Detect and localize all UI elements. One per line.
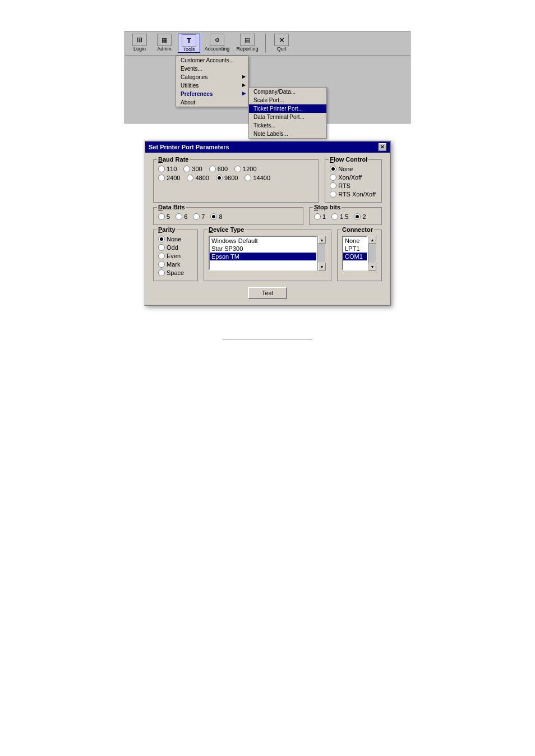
radio-databits-5[interactable] bbox=[158, 213, 165, 220]
radio-baud-1200[interactable] bbox=[234, 166, 241, 172]
submenu-ticket-printer-port[interactable]: Ticket Printer Port... bbox=[249, 104, 326, 113]
reporting-toolbar-btn[interactable]: ▤ Reporting bbox=[234, 34, 261, 52]
reporting-label: Reporting bbox=[236, 46, 258, 52]
data-bits-group: Data Bits 5 6 7 bbox=[153, 207, 303, 225]
connector-scrollbar[interactable]: ▲ ▼ bbox=[368, 236, 376, 271]
login-toolbar-btn[interactable]: ⊞ Login bbox=[128, 34, 151, 52]
connector-lpt1[interactable]: LPT1 bbox=[343, 245, 367, 253]
radio-databits-8[interactable] bbox=[210, 213, 217, 220]
radio-baud-9600[interactable] bbox=[216, 175, 223, 181]
login-label: Login bbox=[133, 46, 146, 52]
radio-flow-rts-xon[interactable] bbox=[330, 191, 336, 198]
parity-label: Parity bbox=[157, 226, 177, 233]
connector-none[interactable]: None bbox=[343, 237, 367, 245]
baud-14400[interactable]: 14400 bbox=[245, 175, 270, 181]
device-scroll-down[interactable]: ▼ bbox=[318, 263, 326, 271]
submenu-data-terminal-port[interactable]: Data Terminal Port... bbox=[249, 113, 326, 121]
baud-2400[interactable]: 2400 bbox=[158, 175, 180, 181]
submenu-note-labels[interactable]: Note Labels... bbox=[249, 130, 326, 138]
submenu-scale-port[interactable]: Scale Port... bbox=[249, 96, 326, 104]
radio-databits-6[interactable] bbox=[176, 213, 182, 220]
baud-rate-group: Baud Rate 110 300 600 bbox=[153, 159, 319, 203]
radio-stopbits-1[interactable] bbox=[314, 213, 321, 220]
radio-databits-7[interactable] bbox=[193, 213, 200, 220]
baud-600[interactable]: 600 bbox=[209, 166, 228, 172]
stopbits-1[interactable]: 1 bbox=[314, 213, 326, 220]
quit-toolbar-btn[interactable]: ✕ Quit bbox=[270, 34, 293, 52]
radio-baud-300[interactable] bbox=[183, 166, 190, 172]
radio-parity-mark[interactable] bbox=[158, 261, 165, 268]
baud-110[interactable]: 110 bbox=[158, 166, 177, 172]
radio-stopbits-2[interactable] bbox=[354, 213, 361, 220]
device-scroll-up[interactable]: ▲ bbox=[318, 236, 326, 244]
flow-xon-xoff[interactable]: Xon/Xoff bbox=[330, 174, 376, 181]
radio-parity-space[interactable] bbox=[158, 269, 165, 276]
radio-baud-110[interactable] bbox=[158, 166, 165, 172]
parity-even[interactable]: Even bbox=[158, 253, 192, 259]
parity-odd[interactable]: Odd bbox=[158, 244, 192, 251]
radio-flow-none[interactable] bbox=[330, 166, 336, 172]
radio-baud-2400[interactable] bbox=[158, 175, 165, 181]
baud-300[interactable]: 300 bbox=[183, 166, 202, 172]
connector-com1[interactable]: COM1 bbox=[343, 253, 367, 260]
device-star-sp300[interactable]: Star SP300 bbox=[210, 245, 316, 253]
radio-baud-14400[interactable] bbox=[245, 175, 251, 181]
menu-categories[interactable]: Categories▶ bbox=[176, 73, 248, 81]
baud-4800[interactable]: 4800 bbox=[187, 175, 209, 181]
device-type-scrollbar[interactable]: ▲ ▼ bbox=[317, 236, 325, 271]
admin-toolbar-btn[interactable]: ▦ Admin bbox=[153, 34, 176, 52]
radio-parity-none[interactable] bbox=[158, 236, 165, 242]
tools-label: Tools bbox=[183, 47, 195, 52]
baud-1200[interactable]: 1200 bbox=[234, 166, 256, 172]
stopbits-15[interactable]: 1.5 bbox=[331, 213, 348, 220]
admin-label: Admin bbox=[157, 46, 172, 52]
menu-customer-accounts[interactable]: Customer Accounts... bbox=[176, 56, 248, 65]
radio-parity-even[interactable] bbox=[158, 253, 165, 259]
menu-events[interactable]: Events... bbox=[176, 65, 248, 73]
accounting-toolbar-btn[interactable]: ⚙ Accounting bbox=[202, 34, 232, 52]
flow-control-group: Flow Control None Xon/Xoff bbox=[325, 159, 382, 203]
stopbits-2[interactable]: 2 bbox=[354, 213, 366, 220]
parity-space[interactable]: Space bbox=[158, 269, 192, 276]
flow-rts-xon[interactable]: RTS Xon/Xoff bbox=[330, 191, 376, 198]
parity-group: Parity None Odd bbox=[153, 230, 198, 281]
submenu-tickets[interactable]: Tickets... bbox=[249, 121, 326, 130]
radio-parity-odd[interactable] bbox=[158, 244, 165, 251]
device-type-group: Device Type Windows Default Star SP300 E… bbox=[204, 230, 331, 281]
menu-preferences[interactable]: Preferences▶ bbox=[176, 90, 248, 98]
dialog-close-btn[interactable]: ✕ bbox=[379, 143, 386, 151]
parity-none[interactable]: None bbox=[158, 236, 192, 242]
radio-baud-4800[interactable] bbox=[187, 175, 193, 181]
stop-bits-group: Stop bits 1 1.5 bbox=[309, 207, 382, 225]
connector-label: Connector bbox=[341, 226, 374, 233]
accounting-label: Accounting bbox=[205, 46, 230, 52]
radio-flow-rts[interactable] bbox=[330, 182, 336, 189]
flow-control-label: Flow Control bbox=[329, 156, 368, 163]
databits-7[interactable]: 7 bbox=[193, 213, 205, 220]
radio-baud-600[interactable] bbox=[209, 166, 216, 172]
tools-toolbar-btn[interactable]: T Tools bbox=[178, 34, 200, 53]
radio-stopbits-15[interactable] bbox=[331, 213, 338, 220]
device-epson-tm[interactable]: Epson TM bbox=[210, 253, 316, 260]
quit-label: Quit bbox=[277, 46, 287, 52]
connector-group: Connector None LPT1 COM1 ▲ ▼ bbox=[337, 230, 382, 281]
device-type-listbox[interactable]: Windows Default Star SP300 Epson TM bbox=[209, 236, 317, 271]
databits-6[interactable]: 6 bbox=[176, 213, 187, 220]
parity-mark[interactable]: Mark bbox=[158, 261, 192, 268]
connector-scroll-up[interactable]: ▲ bbox=[368, 236, 376, 244]
connector-scroll-down[interactable]: ▼ bbox=[368, 263, 376, 271]
device-windows-default[interactable]: Windows Default bbox=[210, 237, 316, 245]
data-bits-label: Data Bits bbox=[157, 204, 186, 210]
radio-flow-xon[interactable] bbox=[330, 174, 336, 181]
connector-listbox[interactable]: None LPT1 COM1 bbox=[342, 236, 368, 271]
test-button[interactable]: Test bbox=[248, 287, 287, 299]
menu-about[interactable]: About bbox=[176, 98, 248, 107]
flow-rts[interactable]: RTS bbox=[330, 182, 376, 189]
baud-9600[interactable]: 9600 bbox=[216, 175, 238, 181]
flow-none[interactable]: None bbox=[330, 166, 376, 172]
databits-5[interactable]: 5 bbox=[158, 213, 170, 220]
menu-utilities[interactable]: Utilities▶ bbox=[176, 81, 248, 90]
submenu-company-data[interactable]: Company/Data... bbox=[249, 88, 326, 96]
dialog-title: Set Printer Port Parameters bbox=[149, 144, 229, 150]
databits-8[interactable]: 8 bbox=[210, 213, 222, 220]
